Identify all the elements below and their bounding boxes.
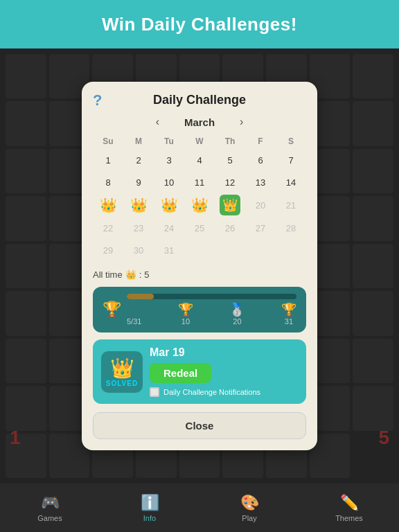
modal-title: Daily Challenge (153, 93, 246, 107)
all-time-row: All time 👑 : 5 (93, 269, 306, 280)
all-time-crown-icon: 👑 (125, 269, 136, 280)
next-month-button[interactable]: › (236, 114, 247, 130)
calendar-day-dim: 22 (93, 217, 123, 239)
nav-info[interactable]: ℹ️ Info (100, 494, 200, 522)
calendar-day-dim: 30 (123, 239, 154, 261)
header-title: Win Daily Challenges! (102, 14, 297, 35)
info-icon: ℹ️ (141, 494, 159, 512)
daily-challenge-modal: ? Daily Challenge ‹ March › Su M Tu W Th… (82, 82, 317, 450)
calendar-day-dim: 23 (123, 217, 154, 239)
all-time-count: 5 (144, 269, 149, 280)
calendar-day-crown[interactable]: 👑 (93, 193, 123, 217)
calendar-day-dim: 31 (154, 239, 184, 261)
nav-games-label: Games (37, 514, 62, 522)
prev-month-button[interactable]: ‹ (152, 114, 163, 130)
calendar-empty (184, 239, 215, 261)
calendar-day-dim: 24 (154, 217, 184, 239)
day-header-tu: Tu (154, 135, 184, 149)
day-header-m: M (123, 135, 154, 149)
day-header-w: W (184, 135, 215, 149)
calendar-day[interactable]: 7 (276, 149, 306, 171)
month-label: March (172, 116, 227, 128)
header: Win Daily Challenges! (0, 0, 399, 48)
modal-overlay: ? Daily Challenge ‹ March › Su M Tu W Th… (0, 48, 399, 484)
calendar: Su M Tu W Th F S 1 2 3 4 5 6 7 (93, 135, 306, 261)
calendar-day[interactable]: 5 (215, 149, 245, 171)
trophy-bronze-icon: 🏆 (103, 301, 121, 319)
calendar-empty (215, 239, 245, 261)
calendar-day-dim: 28 (276, 217, 306, 239)
notification-checkbox[interactable] (150, 387, 159, 397)
day-header-su: Su (93, 135, 123, 149)
progress-bar-bg (127, 294, 296, 299)
nav-info-label: Info (143, 514, 156, 522)
solved-crown-box: 👑 SOLVED (101, 351, 143, 393)
calendar-day-crown[interactable]: 👑 (123, 193, 154, 217)
calendar-day[interactable]: 9 (123, 171, 154, 193)
notification-row: Daily Challenge Notifications (150, 387, 298, 397)
calendar-day[interactable]: 13 (245, 171, 276, 193)
help-icon[interactable]: ? (93, 91, 102, 109)
solved-label: SOLVED (106, 380, 138, 387)
calendar-day-dim: 26 (215, 217, 245, 239)
calendar-day-dim: 29 (93, 239, 123, 261)
month-nav: ‹ March › (93, 114, 306, 130)
challenge-date: Mar 19 (150, 346, 298, 359)
day-header-th: Th (215, 135, 245, 149)
solved-info-card: 👑 SOLVED Mar 19 Redeal Daily Challenge N… (93, 339, 306, 404)
progress-section: 🏆 5/31 🏆 10 🥈 20 (93, 287, 306, 332)
nav-games[interactable]: 🎮 Games (0, 494, 100, 522)
calendar-day[interactable]: 2 (123, 149, 154, 171)
calendar-day[interactable]: 4 (184, 149, 215, 171)
calendar-day-dim: 21 (276, 193, 306, 217)
nav-play[interactable]: 🎨 Play (200, 494, 299, 522)
calendar-day-crown[interactable]: 👑 (184, 193, 215, 217)
calendar-day[interactable]: 6 (245, 149, 276, 171)
calendar-day-today[interactable]: 👑 (215, 193, 245, 217)
nav-themes-label: Themes (335, 514, 363, 522)
calendar-empty (245, 239, 276, 261)
calendar-empty (276, 239, 306, 261)
solved-crown-icon: 👑 (110, 357, 134, 380)
calendar-day-crown[interactable]: 👑 (154, 193, 184, 217)
progress-milestone-2: 🥈 20 (229, 302, 245, 326)
info-right-panel: Mar 19 Redeal Daily Challenge Notificati… (150, 346, 298, 397)
calendar-day-dim: 25 (184, 217, 215, 239)
all-time-separator: : (139, 269, 142, 280)
progress-milestone-1: 🏆 10 (178, 302, 193, 326)
day-header-f: F (245, 135, 276, 149)
progress-bar-wrapper: 5/31 🏆 10 🥈 20 🏆 31 (127, 294, 296, 326)
close-button[interactable]: Close (93, 412, 306, 439)
calendar-day[interactable]: 1 (93, 149, 123, 171)
day-header-s: S (276, 135, 306, 149)
all-time-label: All time (93, 269, 123, 280)
play-icon: 🎨 (240, 494, 259, 512)
calendar-day[interactable]: 8 (93, 171, 123, 193)
bottom-nav: 🎮 Games ℹ️ Info 🎨 Play ✏️ Themes (0, 484, 399, 532)
calendar-day[interactable]: 11 (184, 171, 215, 193)
nav-themes[interactable]: ✏️ Themes (299, 494, 399, 522)
progress-count-label: 5/31 (127, 317, 141, 326)
calendar-day[interactable]: 12 (215, 171, 245, 193)
calendar-day-dim: 20 (245, 193, 276, 217)
notification-label: Daily Challenge Notifications (163, 388, 260, 396)
themes-icon: ✏️ (340, 494, 359, 512)
calendar-day[interactable]: 10 (154, 171, 184, 193)
games-icon: 🎮 (41, 494, 60, 512)
modal-header: ? Daily Challenge (93, 93, 306, 107)
nav-play-label: Play (242, 514, 256, 522)
progress-trophy-markers: 5/31 🏆 10 🥈 20 🏆 31 (127, 302, 296, 326)
redeal-button[interactable]: Redeal (150, 363, 211, 383)
calendar-day[interactable]: 3 (154, 149, 184, 171)
calendar-day-dim: 27 (245, 217, 276, 239)
progress-milestone-3: 🏆 31 (281, 302, 296, 326)
calendar-day[interactable]: 14 (276, 171, 306, 193)
progress-bar-fill (127, 294, 154, 299)
